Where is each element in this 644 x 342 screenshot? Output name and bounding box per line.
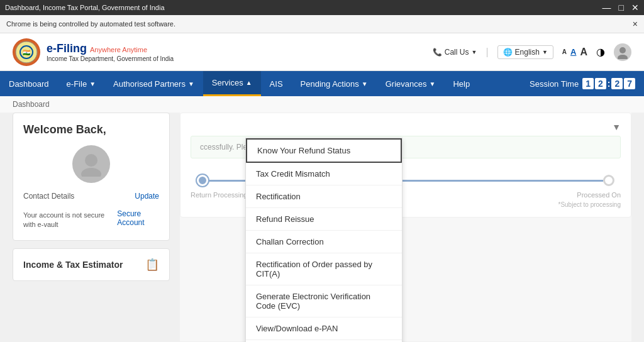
income-icon: 📋: [145, 258, 159, 272]
nav-authorised-partners[interactable]: Authorised Partners ▼: [104, 71, 203, 96]
nav-ais[interactable]: AIS: [261, 71, 292, 96]
update-link[interactable]: Update: [135, 192, 159, 201]
welcome-title: Welcome Back,: [23, 123, 159, 136]
dropdown-item-rectification-cit[interactable]: Rectification of Order passed by CIT(A): [246, 253, 402, 285]
logo-area: 🇮🇳 e-Filing Anywhere Anytime Income Tax …: [13, 38, 174, 66]
font-large-button[interactable]: A: [580, 47, 587, 58]
services-arrow-icon: ▲: [246, 79, 252, 86]
svg-text:🇮🇳: 🇮🇳: [23, 48, 31, 57]
logo-dept: Income Tax Department, Government of Ind…: [47, 55, 174, 62]
navbar: Dashboard e-File ▼ Authorised Partners ▼…: [0, 71, 644, 96]
nav-dashboard[interactable]: Dashboard: [0, 71, 58, 96]
dropdown-item-evc[interactable]: Generate Electronic Verification Code (E…: [246, 285, 402, 317]
dropdown-item-rectification[interactable]: Rectification: [246, 185, 402, 208]
divider: |: [486, 47, 488, 58]
dropdown-item-refund-reissue[interactable]: Refund Reissue: [246, 208, 402, 231]
efile-arrow-icon: ▼: [89, 80, 96, 87]
dropdown-item-refund-status[interactable]: Know Your Refund Status: [246, 138, 402, 163]
font-medium-button[interactable]: A: [570, 47, 576, 57]
close-button[interactable]: ✕: [631, 3, 639, 13]
secure-row: Your account is not secure with e-vault …: [23, 207, 159, 230]
window-controls[interactable]: — □ ✕: [602, 3, 639, 13]
user-avatar: [72, 145, 110, 183]
main-area: Know Your Refund Status Tax Credit Misma…: [0, 113, 644, 342]
dropdown-item-challan[interactable]: Challan Correction: [246, 231, 402, 253]
partners-arrow-icon: ▼: [188, 80, 194, 87]
nav-grievances[interactable]: Grievances ▼: [377, 71, 445, 96]
dropdown-item-epan[interactable]: View/Download e-PAN: [246, 317, 402, 340]
font-controls: A A A: [562, 47, 587, 58]
notification-bar: Chrome is being controlled by automated …: [0, 15, 644, 33]
breadcrumb: Dashboard: [0, 96, 644, 113]
language-button[interactable]: 🌐 English ▼: [497, 45, 553, 59]
svg-point-3: [619, 47, 626, 53]
phone-icon: 📞: [433, 48, 442, 57]
contact-label: Contact Details: [23, 192, 74, 201]
notification-close[interactable]: ×: [633, 19, 638, 29]
minimize-button[interactable]: —: [602, 3, 611, 13]
font-small-button[interactable]: A: [562, 48, 567, 55]
income-title: Income & Tax Estimator: [23, 260, 123, 270]
nav-help[interactable]: Help: [444, 71, 479, 96]
logo-emblem: 🇮🇳: [13, 38, 40, 66]
globe-icon: 🌐: [503, 48, 513, 57]
chrome-titlebar: Dashboard, Income Tax Portal, Government…: [0, 0, 644, 15]
nav-services[interactable]: Services ▲: [203, 71, 261, 96]
call-us-button[interactable]: 📞 Call Us ▼: [433, 48, 477, 57]
maximize-button[interactable]: □: [619, 3, 624, 13]
logo-text: e-Filing Anywhere Anytime Income Tax Dep…: [47, 42, 174, 62]
dropdown-item-tax-credit[interactable]: Tax Credit Mismatch: [246, 163, 402, 185]
account-warning: Your account is not secure with e-vault: [23, 211, 117, 230]
contact-row: Contact Details Update: [23, 192, 159, 201]
pending-arrow-icon: ▼: [362, 80, 368, 87]
lang-chevron-icon: ▼: [542, 49, 548, 55]
notification-text: Chrome is being controlled by automated …: [6, 20, 175, 28]
header: 🇮🇳 e-Filing Anywhere Anytime Income Tax …: [0, 33, 644, 71]
income-card[interactable]: Income & Tax Estimator 📋: [13, 248, 170, 281]
logo-efiling: e-Filing Anywhere Anytime: [47, 42, 174, 55]
svg-point-4: [618, 55, 628, 59]
session-digits: 1 2 : 2 7: [582, 78, 635, 89]
nav-pending-actions[interactable]: Pending Actions ▼: [292, 71, 377, 96]
welcome-card: Welcome Back, Contact Details Update You…: [13, 113, 170, 241]
secure-account-link[interactable]: Secure Account: [117, 209, 159, 227]
window-title: Dashboard, Income Tax Portal, Government…: [5, 4, 165, 11]
call-chevron-icon: ▼: [471, 49, 477, 55]
svg-point-6: [81, 168, 101, 177]
left-panel: Welcome Back, Contact Details Update You…: [13, 113, 170, 341]
nav-efile[interactable]: e-File ▼: [58, 71, 104, 96]
avatar[interactable]: [614, 43, 631, 61]
header-right: 📞 Call Us ▼ | 🌐 English ▼ A A A ◑: [433, 43, 631, 61]
session-time: Session Time 1 2 : 2 7: [521, 78, 644, 89]
svg-point-5: [85, 154, 97, 167]
grievances-arrow-icon: ▼: [429, 80, 435, 87]
services-dropdown: Know Your Refund Status Tax Credit Misma…: [245, 138, 402, 342]
contrast-button[interactable]: ◑: [596, 46, 605, 58]
